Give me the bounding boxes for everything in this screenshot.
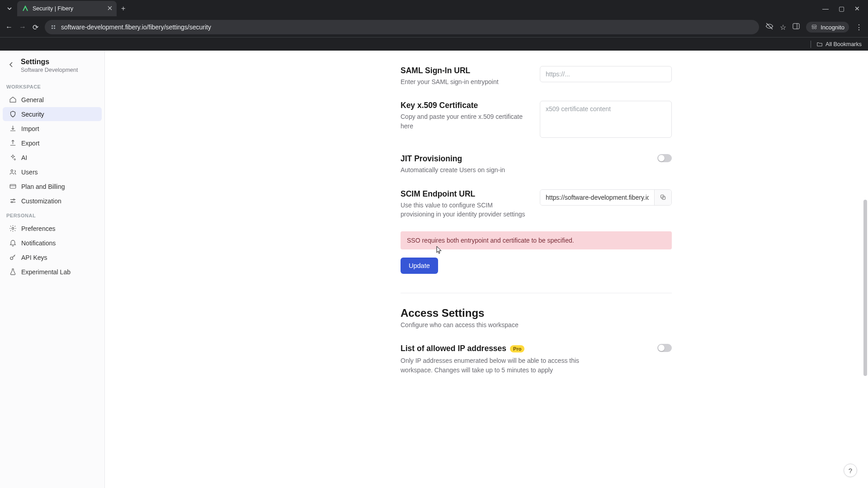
import-icon bbox=[9, 125, 17, 132]
minimize-button[interactable]: — bbox=[822, 5, 829, 12]
saml-url-input[interactable] bbox=[540, 66, 672, 82]
group-personal-label: PERSONAL bbox=[0, 208, 104, 221]
jit-title: JIT Provisioning bbox=[401, 154, 528, 164]
close-icon bbox=[108, 6, 112, 10]
update-button[interactable]: Update bbox=[401, 258, 438, 274]
sparkle-icon bbox=[9, 154, 17, 161]
sidebar-item-ai[interactable]: AI bbox=[3, 150, 102, 164]
saml-url-row: SAML Sign-In URL Enter your SAML sign-in… bbox=[401, 59, 672, 94]
svg-point-12 bbox=[11, 202, 13, 203]
scim-url-value[interactable] bbox=[540, 190, 654, 205]
sidebar-item-apikeys[interactable]: API Keys bbox=[3, 250, 102, 264]
sidebar-back-button[interactable] bbox=[6, 60, 16, 70]
section-divider bbox=[401, 293, 672, 293]
reload-button[interactable]: ⟳ bbox=[33, 23, 38, 32]
credit-card-icon bbox=[9, 183, 17, 190]
url-text: software-development.fibery.io/fibery/se… bbox=[61, 23, 211, 31]
folder-icon bbox=[816, 41, 823, 47]
shield-icon bbox=[9, 110, 17, 118]
group-workspace-label: WORKSPACE bbox=[0, 80, 104, 92]
saml-url-title: SAML Sign-In URL bbox=[401, 66, 528, 75]
url-input[interactable]: software-development.fibery.io/fibery/se… bbox=[45, 20, 759, 34]
svg-point-13 bbox=[12, 227, 14, 229]
sidebar-item-plan[interactable]: Plan and Billing bbox=[3, 179, 102, 193]
scim-desc: Use this value to configure SCIM provisi… bbox=[401, 201, 528, 219]
ip-allowlist-row: List of allowed IP addresses Pro Only IP… bbox=[401, 344, 672, 375]
ip-allowlist-toggle[interactable] bbox=[657, 344, 672, 352]
tab-close-button[interactable] bbox=[108, 5, 112, 12]
app-frame: Settings Software Development WORKSPACE … bbox=[0, 51, 868, 488]
jit-toggle[interactable] bbox=[657, 154, 672, 162]
jit-row: JIT Provisioning Automatically create Us… bbox=[401, 147, 672, 182]
scim-title: SCIM Endpoint URL bbox=[401, 189, 528, 199]
address-bar: ← → ⟳ software-development.fibery.io/fib… bbox=[0, 17, 868, 37]
bookmark-star-icon[interactable]: ☆ bbox=[780, 23, 786, 32]
browser-menu-button[interactable]: ⋮ bbox=[855, 23, 863, 32]
key-icon bbox=[9, 253, 17, 261]
svg-point-7 bbox=[815, 27, 816, 29]
close-window-button[interactable]: ✕ bbox=[854, 5, 860, 12]
scim-copy-button[interactable] bbox=[654, 190, 671, 205]
saml-url-desc: Enter your SAML sign-in entrypoint bbox=[401, 77, 528, 86]
sidebar-item-export[interactable]: Export bbox=[3, 136, 102, 150]
back-button[interactable]: ← bbox=[5, 23, 13, 31]
window-controls: — ▢ ✕ bbox=[822, 5, 864, 12]
jit-desc: Automatically create Users on sign-in bbox=[401, 165, 528, 174]
settings-sidebar: Settings Software Development WORKSPACE … bbox=[0, 51, 105, 488]
sidebar-item-import[interactable]: Import bbox=[3, 122, 102, 136]
svg-rect-9 bbox=[10, 184, 16, 188]
fibery-favicon-icon bbox=[22, 5, 29, 12]
sidebar-item-security[interactable]: Security bbox=[3, 107, 102, 121]
forward-button[interactable]: → bbox=[19, 23, 26, 31]
access-settings-desc: Configure who can access this workspace bbox=[401, 321, 672, 328]
incognito-icon bbox=[811, 23, 818, 31]
sidebar-item-users[interactable]: Users bbox=[3, 165, 102, 179]
arrow-left-icon bbox=[8, 61, 15, 68]
sidebar-subtitle: Software Development bbox=[21, 67, 78, 73]
tab-title: Security | Fibery bbox=[33, 5, 104, 12]
svg-rect-4 bbox=[793, 23, 799, 29]
sidebar-item-general[interactable]: General bbox=[3, 93, 102, 107]
certificate-desc: Copy and paste your entire x.509 certifi… bbox=[401, 112, 528, 131]
side-panel-icon[interactable] bbox=[793, 23, 800, 32]
svg-rect-0 bbox=[52, 25, 53, 27]
certificate-row: Key x.509 Certificate Copy and paste you… bbox=[401, 94, 672, 147]
access-settings-title: Access Settings bbox=[401, 307, 672, 319]
incognito-eye-icon[interactable] bbox=[765, 22, 774, 32]
browser-tab[interactable]: Security | Fibery bbox=[17, 1, 117, 16]
sidebar-item-preferences[interactable]: Preferences bbox=[3, 221, 102, 235]
svg-point-14 bbox=[10, 257, 13, 260]
scrollbar-thumb[interactable] bbox=[863, 200, 867, 376]
incognito-chip[interactable]: Incognito bbox=[806, 22, 849, 33]
svg-point-11 bbox=[13, 199, 14, 200]
certificate-title: Key x.509 Certificate bbox=[401, 101, 528, 110]
ip-allowlist-desc: Only IP addresses enumerated below will … bbox=[401, 356, 599, 375]
content-area: SAML Sign-In URL Enter your SAML sign-in… bbox=[105, 51, 868, 488]
ip-allowlist-title: List of allowed IP addresses bbox=[401, 344, 506, 353]
gear-icon bbox=[9, 225, 17, 232]
svg-point-8 bbox=[11, 170, 13, 172]
sidebar-item-lab[interactable]: Experimental Lab bbox=[3, 265, 102, 279]
users-icon bbox=[9, 168, 17, 176]
all-bookmarks-button[interactable]: All Bookmarks bbox=[816, 41, 862, 47]
certificate-input[interactable] bbox=[540, 101, 672, 138]
help-fab-button[interactable]: ? bbox=[844, 464, 857, 477]
new-tab-button[interactable]: + bbox=[121, 5, 125, 13]
svg-rect-3 bbox=[54, 28, 55, 29]
svg-rect-1 bbox=[54, 25, 55, 27]
site-info-icon bbox=[50, 24, 57, 30]
copy-icon bbox=[660, 194, 666, 201]
tab-search-dropdown[interactable] bbox=[4, 3, 15, 14]
sliders-icon bbox=[9, 197, 17, 205]
sidebar-item-notifications[interactable]: Notifications bbox=[3, 236, 102, 250]
browser-chrome: Security | Fibery + — ▢ ✕ ← → ⟳ software… bbox=[0, 0, 868, 51]
home-icon bbox=[9, 96, 17, 103]
sidebar-title: Settings bbox=[21, 58, 78, 66]
scim-row: SCIM Endpoint URL Use this value to conf… bbox=[401, 182, 672, 226]
maximize-button[interactable]: ▢ bbox=[839, 5, 844, 12]
svg-point-6 bbox=[812, 27, 814, 29]
svg-rect-2 bbox=[52, 28, 53, 29]
sidebar-item-customization[interactable]: Customization bbox=[3, 194, 102, 208]
mouse-cursor-icon bbox=[436, 246, 443, 255]
content-scrollbar[interactable] bbox=[863, 51, 867, 488]
